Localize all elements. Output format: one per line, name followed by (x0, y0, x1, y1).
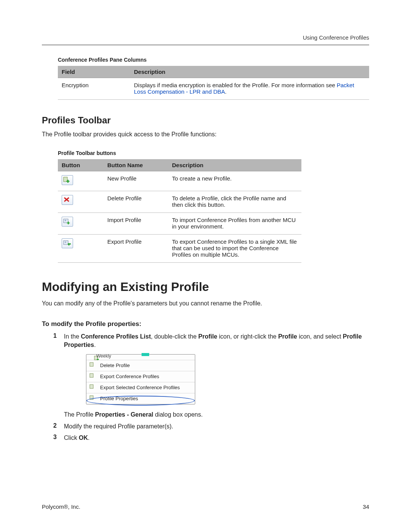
page-footer: Polycom®, Inc. 34 (42, 503, 369, 510)
menu-item-delete-profile[interactable]: Delete Profile (86, 360, 195, 371)
table-row: Export Profile To export Conference Prof… (58, 235, 301, 263)
table-row: Encryption Displays if media encryption … (58, 78, 369, 100)
step-number: 1 (53, 332, 64, 419)
menu-item-export-conference-profiles[interactable]: Export Conference Profiles (86, 371, 195, 382)
footer-page-number: 34 (363, 503, 369, 510)
step-number: 3 (53, 434, 64, 442)
cell-btn-desc: To create a new Profile. (168, 171, 301, 191)
delete-profile-icon (62, 195, 73, 205)
table1-caption: Conference Profiles Pane Columns (58, 57, 369, 63)
header-rule (42, 45, 369, 45)
cell-btn-name: Delete Profile (104, 191, 168, 213)
table1-col-field: Field (58, 66, 130, 78)
col-description: Description (168, 159, 301, 171)
svg-point-6 (65, 220, 66, 221)
conference-profiles-columns-table: Field Description Encryption Displays if… (58, 66, 369, 100)
modifying-heading: Modifying an Existing Profile (42, 280, 369, 294)
table-row: New Profile To create a new Profile. (58, 171, 301, 191)
modifying-intro: You can modify any of the Profile's para… (42, 299, 369, 308)
step-2-text: Modify the required Profile parameter(s)… (64, 422, 173, 431)
menu-item-profile-properties[interactable]: Profile Properties (86, 393, 195, 404)
table-row: Delete Profile To delete a Profile, clic… (58, 191, 301, 213)
cell-btn-desc: To delete a Profile, click the Profile n… (168, 191, 301, 213)
cell-btn-name: New Profile (104, 171, 168, 191)
svg-rect-18 (90, 396, 93, 399)
cell-btn-desc: To export Conference Profiles to a singl… (168, 235, 301, 263)
profile-toolbar-buttons-table: Button Button Name Description New Profi… (58, 159, 301, 263)
cell-btn-desc: To import Conference Profiles from anoth… (168, 213, 301, 235)
menu-item-export-selected-conference-profiles[interactable]: Export Selected Conference Profiles (86, 382, 195, 393)
context-menu: Weekly Delete Profile Export Conference … (86, 354, 195, 405)
svg-rect-2 (67, 181, 70, 182)
profiles-toolbar-heading: Profiles Toolbar (42, 115, 369, 126)
page-section-label: Using Conference Profiles (42, 34, 369, 41)
col-button-name: Button Name (104, 159, 168, 171)
modify-subheading: To modify the Profile properties: (42, 320, 369, 328)
context-title-trunc: Weekly (96, 353, 111, 359)
export-profile-icon (62, 238, 73, 248)
toolbar-table-caption: Profile Toolbar buttons (58, 150, 369, 156)
svg-rect-17 (90, 385, 93, 388)
profiles-toolbar-intro: The Profile toolbar provides quick acces… (42, 130, 369, 139)
step-3-text: Click OK. (64, 434, 90, 442)
cell-field: Encryption (58, 78, 130, 100)
new-profile-icon (62, 175, 73, 185)
step-1-text: In the Conference Profiles List, double-… (64, 332, 369, 419)
svg-rect-8 (67, 223, 70, 224)
table-row: Import Profile To import Conference Prof… (58, 213, 301, 235)
footer-left: Polycom®, Inc. (42, 503, 80, 510)
table1-col-description: Description (130, 66, 369, 78)
col-button: Button (58, 159, 104, 171)
cell-btn-name: Export Profile (104, 235, 168, 263)
cell-btn-name: Import Profile (104, 213, 168, 235)
svg-marker-11 (68, 243, 71, 245)
import-profile-icon (62, 217, 73, 227)
steps-list: 1 In the Conference Profiles List, doubl… (53, 332, 369, 443)
cell-description: Displays if media encryption is enabled … (130, 78, 369, 100)
svg-rect-16 (90, 374, 93, 377)
step-number: 2 (53, 422, 64, 431)
svg-rect-15 (90, 363, 93, 366)
svg-point-10 (65, 241, 66, 243)
